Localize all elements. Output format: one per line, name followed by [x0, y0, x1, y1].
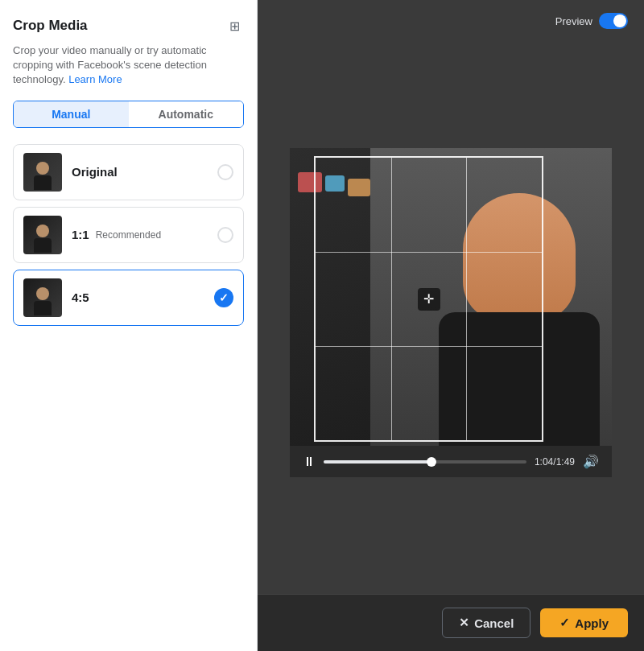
crop-check-4-5[interactable]: ✓ [214, 288, 233, 307]
deco-shapes [298, 172, 370, 196]
video-container: ✛ ⏸ 1:04/1:49 🔊 [290, 148, 612, 446]
preview-area: Preview [258, 0, 644, 594]
learn-more-link[interactable]: Learn More [68, 73, 122, 85]
progress-fill [324, 460, 431, 464]
progress-thumb[interactable] [427, 457, 436, 467]
apply-check-icon: ✓ [559, 616, 570, 630]
crop-option-4-5[interactable]: 4:5 ✓ [13, 270, 244, 326]
preview-toggle[interactable] [599, 13, 628, 29]
check-mark-icon: ✓ [219, 291, 229, 304]
video-person-face [463, 193, 576, 322]
tab-automatic[interactable]: Automatic [129, 101, 244, 127]
shape-orange [348, 179, 370, 196]
crop-option-original[interactable]: Original [13, 144, 244, 200]
crop-options-list: Original 1:1 Recommended [13, 144, 244, 326]
cancel-x-icon: ✕ [459, 616, 469, 630]
crop-radio-original[interactable] [217, 164, 233, 180]
shape-red [298, 172, 322, 192]
crop-thumbnail-4-5 [23, 278, 62, 317]
panel-header: Crop Media ⊞ [13, 16, 244, 35]
apply-label: Apply [575, 616, 609, 630]
tabs-container: Manual Automatic [13, 101, 244, 128]
toggle-knob [613, 14, 626, 27]
time-display: 1:04/1:49 [535, 456, 575, 468]
cancel-label: Cancel [474, 616, 514, 630]
crop-radio-1-1[interactable] [217, 227, 233, 243]
crop-label-container-4-5: 4:5 [72, 290, 214, 304]
apply-button[interactable]: ✓ Apply [540, 608, 628, 637]
panel-title: Crop Media [13, 18, 88, 34]
crop-label-container-1-1: 1:1 Recommended [72, 228, 217, 241]
pause-button[interactable]: ⏸ [303, 455, 316, 469]
preview-label: Preview [555, 15, 592, 27]
crop-thumbnail-original [23, 153, 62, 192]
crop-label-container-original: Original [72, 165, 217, 179]
video-background: ✛ [290, 148, 612, 446]
crop-label-4-5: 4:5 [72, 290, 89, 304]
recommended-badge: Recommended [96, 229, 161, 241]
panel-description: Crop your video manually or try automati… [13, 43, 244, 88]
video-person [370, 148, 612, 446]
volume-button[interactable]: 🔊 [583, 454, 599, 469]
shape-blue [325, 175, 345, 192]
panel-icon[interactable]: ⊞ [225, 16, 244, 35]
crop-option-1-1[interactable]: 1:1 Recommended [13, 207, 244, 263]
left-panel: Crop Media ⊞ Crop your video manually or… [0, 0, 258, 651]
right-panel: Preview [258, 0, 644, 651]
crop-label-1-1: 1:1 [72, 228, 89, 241]
cancel-button[interactable]: ✕ Cancel [442, 608, 530, 638]
video-controls: ⏸ 1:04/1:49 🔊 [290, 446, 612, 477]
video-person-body [439, 312, 600, 447]
preview-toggle-row: Preview [555, 13, 628, 29]
tab-manual[interactable]: Manual [14, 101, 129, 127]
crop-thumbnail-1-1 [23, 216, 62, 254]
progress-bar[interactable] [324, 460, 526, 464]
crop-label-original: Original [72, 165, 118, 179]
bottom-action-bar: ✕ Cancel ✓ Apply [258, 594, 644, 651]
